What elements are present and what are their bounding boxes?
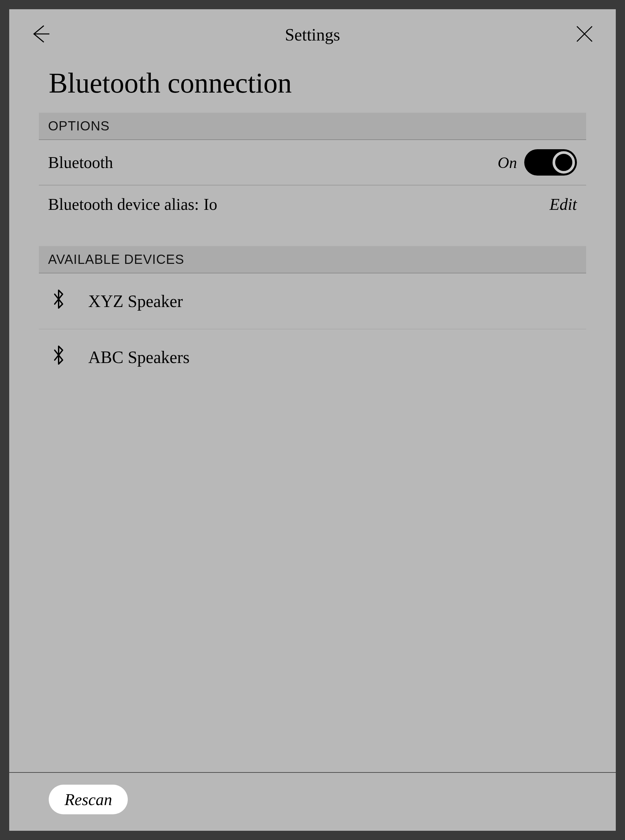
device-row[interactable]: XYZ Speaker [39, 274, 586, 330]
alias-prefix: Bluetooth device alias: [48, 195, 199, 214]
section-spacer [39, 223, 586, 246]
bluetooth-icon [52, 289, 65, 313]
options-section-header: OPTIONS [39, 113, 586, 140]
header-title: Settings [285, 25, 340, 45]
bluetooth-label: Bluetooth [48, 153, 113, 172]
alias-row[interactable]: Bluetooth device alias: Io Edit [39, 185, 586, 223]
page-title: Bluetooth connection [9, 57, 616, 113]
device-row[interactable]: ABC Speakers [39, 330, 586, 385]
toggle-knob-icon [553, 151, 575, 174]
settings-screen: Settings Bluetooth connection OPTIONS Bl… [9, 9, 616, 831]
edit-alias-button[interactable]: Edit [550, 195, 577, 214]
alias-label: Bluetooth device alias: Io [48, 195, 217, 214]
header-bar: Settings [9, 9, 616, 57]
bluetooth-toggle[interactable] [524, 149, 577, 176]
back-icon[interactable] [29, 22, 52, 47]
alias-value: Io [204, 195, 217, 214]
device-name: XYZ Speaker [88, 291, 183, 311]
footer-bar: Rescan [9, 772, 616, 831]
close-icon[interactable] [573, 22, 596, 47]
bluetooth-toggle-row[interactable]: Bluetooth On [39, 140, 586, 185]
device-name: ABC Speakers [88, 347, 190, 367]
content-area: OPTIONS Bluetooth On Bluetooth device al… [9, 113, 616, 772]
bluetooth-toggle-wrap: On [498, 149, 577, 176]
rescan-button[interactable]: Rescan [49, 785, 128, 814]
bluetooth-state-label: On [498, 154, 517, 172]
bluetooth-icon [52, 345, 65, 369]
available-devices-section-header: AVAILABLE DEVICES [39, 246, 586, 274]
